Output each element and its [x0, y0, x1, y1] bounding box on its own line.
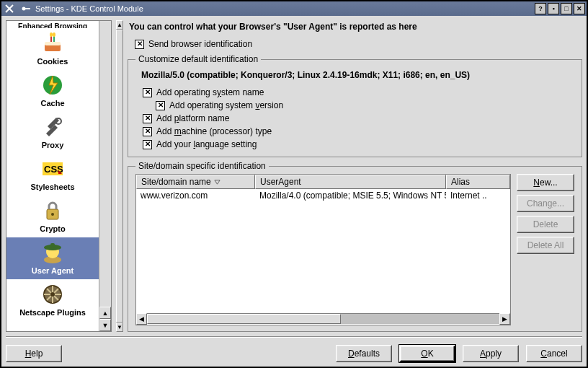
opt-platform: Add platform name	[135, 112, 574, 125]
tools-icon	[40, 115, 65, 139]
svg-rect-3	[45, 42, 61, 45]
opt-os-name-checkbox[interactable]	[143, 88, 152, 97]
delete-button[interactable]: Delete	[517, 216, 574, 233]
site-specific-group: Site/domain specific identification Site…	[128, 166, 582, 332]
opt-machine-label: Add machine (processor) type	[156, 126, 272, 136]
svg-rect-17	[50, 243, 55, 247]
sidebar-item-netscape-plugins[interactable]: Netscape Plugins	[6, 279, 99, 321]
agent-icon	[40, 240, 65, 265]
close-button[interactable]: ✕	[574, 3, 585, 14]
defaults-button[interactable]: Defaults	[336, 345, 392, 362]
sidebar-clipped-heading: Enhanced Browsing	[6, 21, 99, 28]
cell-alias: Internet ..	[446, 189, 510, 202]
send-identification-row: Send browser identification	[128, 38, 582, 51]
page-heading: You can control what your Browser's "Use…	[128, 20, 582, 33]
ok-button[interactable]: OK	[399, 345, 455, 362]
sidebar-item-proxy[interactable]: Proxy	[6, 112, 99, 154]
send-identification-label: Send browser identification	[148, 39, 252, 49]
sort-desc-icon	[214, 179, 220, 185]
cake-icon	[40, 31, 65, 56]
site-buttons: New... Change... Delete Delete All	[517, 174, 574, 325]
sidebar-item-label: Stylesheets	[8, 183, 97, 191]
opt-os-version: Add operating system version	[135, 99, 574, 112]
sidebar-item-label: Cache	[8, 99, 97, 108]
opt-language-label: Add your language setting	[156, 139, 257, 149]
site-table-hscroll[interactable]: ◀ ▶	[136, 313, 510, 325]
svg-point-13	[51, 213, 54, 216]
client-area: Enhanced Browsing Cookies Cache	[1, 16, 587, 367]
window-title: Settings - KDE Control Module	[35, 4, 535, 13]
bolt-globe-icon	[40, 73, 65, 97]
opt-os-version-checkbox[interactable]	[156, 101, 165, 110]
pin-icon[interactable]	[20, 3, 32, 14]
sidebar-item-cookies[interactable]: Cookies	[6, 28, 99, 70]
sidebar-item-label: Crypto	[8, 224, 97, 233]
css-icon: CSS	[40, 157, 65, 181]
col-useragent[interactable]: UserAgent	[255, 175, 446, 189]
opt-os-name-label: Add operating system name	[156, 87, 264, 97]
titlebar[interactable]: Settings - KDE Control Module ? ▪ □ ✕	[1, 1, 587, 16]
ua-string: Mozilla/5.0 (compatible; Konqueror/3; Li…	[135, 67, 574, 86]
col-site-domain[interactable]: Site/domain name	[136, 175, 255, 189]
new-button[interactable]: New...	[517, 174, 574, 191]
send-identification-checkbox[interactable]	[135, 40, 144, 49]
site-table-header: Site/domain name UserAgent Alias	[136, 175, 510, 189]
change-button[interactable]: Change...	[517, 195, 574, 212]
svg-point-23	[50, 292, 55, 297]
opt-language: Add your language setting	[135, 138, 574, 151]
hscroll-left[interactable]: ◀	[136, 313, 147, 325]
col-alias[interactable]: Alias	[446, 175, 510, 189]
opt-os-version-label: Add operating system version	[169, 100, 283, 110]
sidebar-item-cache[interactable]: Cache	[6, 70, 99, 112]
help-button-titlebar[interactable]: ?	[535, 3, 546, 14]
panel-splitter[interactable]: ▲ ▼	[116, 20, 123, 332]
sidebar-scroll-down[interactable]: ▼	[99, 319, 111, 331]
site-table-body[interactable]: www.verizon.com Mozilla/4.0 (compatible;…	[136, 189, 510, 313]
hscroll-thumb[interactable]	[147, 314, 341, 324]
apply-button[interactable]: Apply	[463, 345, 519, 362]
maximize-button[interactable]: □	[561, 3, 572, 14]
cell-ua: Mozilla/4.0 (compatible; MSIE 5.5; Windo…	[255, 189, 446, 202]
site-specific-legend: Site/domain specific identification	[135, 161, 269, 171]
svg-point-7	[53, 32, 55, 37]
sidebar-item-stylesheets[interactable]: CSS Stylesheets	[6, 154, 99, 196]
site-table: Site/domain name UserAgent Alias www.ver…	[135, 174, 511, 325]
opt-platform-checkbox[interactable]	[143, 114, 152, 123]
sidebar-item-label: Cookies	[8, 57, 97, 66]
wheel-icon	[40, 282, 65, 307]
opt-machine-checkbox[interactable]	[143, 127, 152, 136]
settings-window: Settings - KDE Control Module ? ▪ □ ✕ En…	[0, 0, 588, 368]
sidebar-item-label: Proxy	[8, 141, 97, 149]
dialog-buttons: Help Defaults OK Apply Cancel	[6, 338, 582, 362]
customize-identification-group: Customize default identification Mozilla…	[128, 59, 582, 157]
minimize-button[interactable]: ▪	[548, 3, 559, 14]
customize-legend: Customize default identification	[135, 54, 261, 64]
cell-site: www.verizon.com	[136, 189, 255, 202]
opt-language-checkbox[interactable]	[143, 140, 152, 149]
delete-all-button[interactable]: Delete All	[517, 237, 574, 254]
help-button[interactable]: Help	[6, 345, 62, 362]
sidebar-scroll: ▲ ▼	[99, 21, 111, 331]
table-row[interactable]: www.verizon.com Mozilla/4.0 (compatible;…	[136, 189, 510, 202]
opt-platform-label: Add platform name	[156, 113, 229, 123]
sidebar-scroll-up[interactable]: ▲	[99, 307, 111, 319]
sidebar-item-crypto[interactable]: Crypto	[6, 196, 99, 237]
category-sidebar: Enhanced Browsing Cookies Cache	[6, 20, 112, 332]
cancel-button[interactable]: Cancel	[526, 345, 582, 362]
opt-machine: Add machine (processor) type	[135, 125, 574, 138]
sidebar-item-label: User Agent	[8, 266, 97, 275]
settings-panel: You can control what your Browser's "Use…	[128, 20, 582, 332]
padlock-icon	[40, 198, 65, 223]
opt-os-name: Add operating system name	[135, 86, 574, 99]
svg-point-0	[22, 7, 26, 11]
svg-point-6	[50, 32, 53, 37]
svg-rect-1	[25, 8, 30, 9]
hscroll-right[interactable]: ▶	[499, 313, 510, 325]
sidebar-item-user-agent[interactable]: User Agent	[6, 237, 99, 279]
app-menu-icon[interactable]	[4, 3, 15, 14]
sidebar-item-label: Netscape Plugins	[8, 308, 97, 317]
